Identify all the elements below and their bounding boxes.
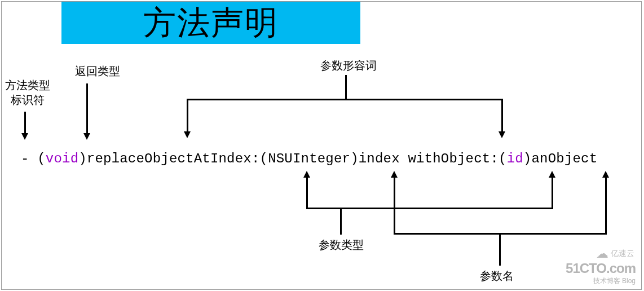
code-minus: - <box>21 151 37 166</box>
code-id: id <box>507 151 523 166</box>
bracket-adj-h <box>187 99 502 100</box>
bracket-adj-right-head <box>499 131 505 138</box>
bracket-adj-stem <box>345 75 347 99</box>
code-line: - (void)replaceObjectAtIndex:(NSUInteger… <box>21 151 597 166</box>
code-open1: ( <box>37 151 46 166</box>
bracket-adj-left-head <box>184 131 191 138</box>
code-close3: ) <box>523 151 532 166</box>
bracket-type-right <box>552 177 553 208</box>
label-return-type: 返回类型 <box>75 64 120 78</box>
title-text: 方法声明 <box>143 1 279 45</box>
arrow-method-type-line <box>24 112 26 134</box>
code-close2: ) <box>350 151 359 166</box>
code-name1: index <box>359 151 408 166</box>
title-banner: 方法声明 <box>61 2 360 44</box>
label-param-type: 参数类型 <box>319 237 364 252</box>
arrow-method-type-head <box>21 133 28 140</box>
bracket-type-right-head <box>549 171 555 178</box>
bracket-name-left-head <box>391 171 398 178</box>
watermark-main: 51CTO.com <box>566 261 636 276</box>
watermark-sub: 技术博客 Blog <box>566 276 636 286</box>
label-method-type-identifier: 方法类型 标识符 <box>5 78 50 107</box>
bracket-name-right-head <box>602 171 609 178</box>
bracket-name-right <box>605 177 607 233</box>
bracket-type-h <box>306 208 553 209</box>
bracket-type-left <box>306 177 308 208</box>
watermark-51cto: 51CTO.com 技术博客 Blog <box>566 261 636 286</box>
bracket-name-left <box>394 177 395 233</box>
label-param-adjective: 参数形容词 <box>320 58 377 73</box>
code-type1: NSUInteger <box>268 151 350 166</box>
bracket-type-stem <box>340 208 342 235</box>
bracket-adj-right <box>501 99 503 133</box>
code-method1: replaceObjectAtIndex: <box>87 151 260 166</box>
watermark-yisu: ☁ 亿速云 <box>596 246 634 261</box>
label-param-name: 参数名 <box>480 268 514 283</box>
watermark-yisu-text: 亿速云 <box>611 249 634 259</box>
code-name2: anObject <box>531 151 597 166</box>
code-method2: withObject: <box>408 151 499 166</box>
code-void: void <box>46 151 78 166</box>
diagram-container: 方法声明 方法类型 标识符 返回类型 参数形容词 参数类型 参数名 - (voi… <box>1 1 642 290</box>
code-open3: ( <box>499 151 507 166</box>
bracket-adj-left <box>187 99 188 133</box>
code-close1: ) <box>78 151 87 166</box>
code-open2: ( <box>260 151 268 166</box>
arrow-return-type-line <box>86 83 88 134</box>
arrow-return-type-head <box>83 133 90 140</box>
bracket-name-stem <box>499 233 501 266</box>
cloud-icon: ☁ <box>596 246 608 261</box>
bracket-type-left-head <box>303 171 310 178</box>
